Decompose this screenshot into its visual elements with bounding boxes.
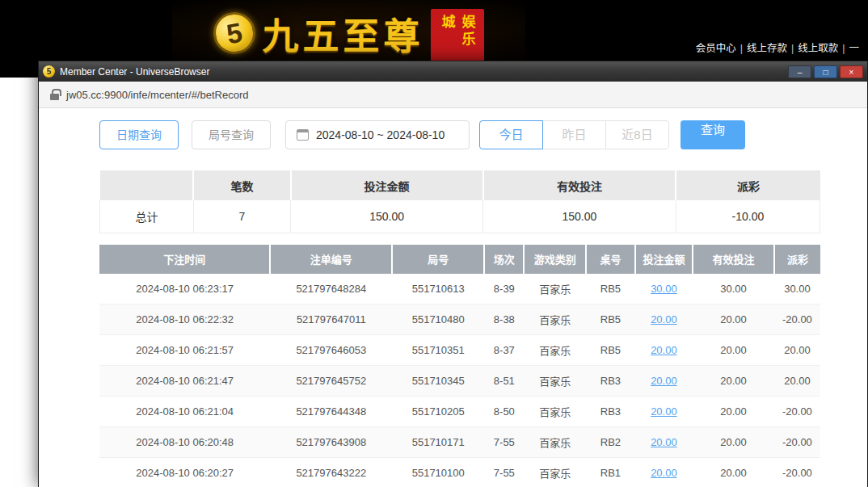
search-button[interactable]: 查询 (680, 120, 745, 149)
bet-amount-cell: 20.00 (635, 366, 693, 397)
session-cell: 8-50 (484, 397, 524, 427)
bet-id-cell: 521797646053 (270, 335, 392, 366)
session-cell: 7-55 (484, 458, 524, 487)
summary-table: 笔数 投注金额 有效投注 派彩 总计 7 150.00 150.00 -10.0… (99, 170, 820, 233)
round-id-cell: 551710351 (392, 335, 484, 366)
bet-amount-link[interactable]: 20.00 (651, 436, 677, 448)
bet-time-cell: 2024-08-10 06:23:17 (99, 274, 270, 304)
bet-column-header: 注单编号 (270, 245, 392, 274)
bet-column-header: 投注金额 (635, 245, 693, 274)
session-cell: 8-39 (484, 274, 524, 304)
site-logo: 5 九五至尊 娱乐城 (172, 0, 525, 66)
nav-link-truncated[interactable]: 一 (849, 43, 859, 54)
summary-header-bet-amount: 投注金额 (291, 170, 483, 200)
table-no-cell: RB3 (586, 397, 635, 427)
bet-id-cell: 521797647011 (270, 304, 392, 335)
bet-id-cell: 521797643222 (270, 458, 392, 487)
bet-column-header: 下注时间 (99, 245, 270, 274)
browser-window: 5 Member Center - UniverseBrowser – □ × … (38, 61, 868, 487)
bet-id-cell: 521797643908 (270, 427, 392, 458)
nav-link-deposit[interactable]: 线上存款 (747, 43, 787, 54)
bet-column-header: 有效投注 (693, 245, 774, 274)
bet-time-cell: 2024-08-10 06:21:47 (99, 366, 270, 397)
summary-header-empty (100, 170, 194, 200)
bet-amount-cell: 20.00 (635, 427, 693, 458)
game-type-cell: 百家乐 (524, 397, 586, 427)
maximize-button[interactable]: □ (814, 65, 837, 78)
table-no-cell: RB3 (586, 366, 635, 397)
date-range-input[interactable]: 2024-08-10 ~ 2024-08-10 (285, 120, 470, 149)
bet-column-header: 桌号 (586, 245, 635, 274)
bet-row: 2024-08-10 06:20:27521797643222551710100… (99, 458, 820, 487)
bet-table-header-row: 下注时间注单编号局号场次游戏类别桌号投注金额有效投注派彩 (99, 245, 820, 274)
bet-id-cell: 521797648284 (270, 274, 392, 304)
session-cell: 8-38 (484, 304, 524, 335)
nav-link-withdraw[interactable]: 线上取款 (798, 43, 838, 54)
summary-total-label: 总计 (100, 200, 194, 233)
bet-row: 2024-08-10 06:20:48521797643908551710171… (99, 427, 820, 458)
bet-amount-link[interactable]: 20.00 (651, 344, 677, 356)
bet-time-cell: 2024-08-10 06:20:27 (99, 458, 270, 487)
bet-time-cell: 2024-08-10 06:20:48 (99, 427, 270, 458)
window-controls: – □ × (788, 65, 863, 78)
window-titlebar[interactable]: 5 Member Center - UniverseBrowser – □ × (39, 61, 867, 82)
today-button[interactable]: 今日 (479, 120, 543, 149)
yesterday-button[interactable]: 昨日 (542, 120, 606, 149)
bet-amount-link[interactable]: 30.00 (651, 283, 677, 295)
address-bar[interactable]: jw05.cc:9900/infe/mcenter/#/betRecord (39, 82, 867, 108)
summary-count: 7 (193, 200, 290, 233)
summary-header-count: 笔数 (193, 170, 290, 200)
nav-separator: | (842, 43, 845, 54)
bet-amount-link[interactable]: 20.00 (651, 375, 677, 387)
nav-link-member-center[interactable]: 会员中心 (696, 43, 736, 54)
minimize-button[interactable]: – (788, 65, 811, 78)
gold-coin-icon: 5 (210, 9, 259, 57)
last8days-button[interactable]: 近8日 (605, 120, 669, 149)
game-type-cell: 百家乐 (524, 366, 586, 397)
valid-bet-cell: 20.00 (693, 366, 774, 397)
bet-amount-cell: 20.00 (635, 458, 693, 487)
url-text[interactable]: jw05.cc:9900/infe/mcenter/#/betRecord (66, 89, 248, 101)
game-type-cell: 百家乐 (524, 304, 586, 335)
bet-amount-cell: 20.00 (635, 304, 693, 335)
session-cell: 7-55 (484, 427, 524, 458)
summary-header-row: 笔数 投注金额 有效投注 派彩 (100, 170, 820, 200)
bet-column-header: 派彩 (774, 245, 820, 274)
date-query-button[interactable]: 日期查询 (99, 120, 179, 149)
bet-row: 2024-08-10 06:22:32521797647011551710480… (99, 304, 820, 335)
bet-table-body: 2024-08-10 06:23:17521797648284551710613… (99, 274, 820, 487)
valid-bet-cell: 20.00 (693, 458, 774, 487)
bet-time-cell: 2024-08-10 06:21:57 (99, 335, 270, 366)
bet-id-cell: 521797645752 (270, 366, 392, 397)
round-id-cell: 551710345 (392, 366, 484, 397)
round-query-button[interactable]: 局号查询 (192, 120, 271, 149)
query-toolbar: 日期查询 局号查询 2024-08-10 ~ 2024-08-10 今日 昨日 … (99, 120, 867, 149)
bet-column-header: 局号 (392, 245, 484, 274)
bet-table: 下注时间注单编号局号场次游戏类别桌号投注金额有效投注派彩 2024-08-10 … (99, 245, 820, 487)
table-no-cell: RB2 (586, 427, 635, 458)
bet-amount-link[interactable]: 20.00 (651, 313, 677, 325)
close-button[interactable]: × (840, 65, 863, 78)
payout-cell: 30.00 (774, 274, 820, 304)
game-type-cell: 百家乐 (524, 274, 586, 304)
bet-column-header: 游戏类别 (524, 245, 586, 274)
summary-bet-amount: 150.00 (291, 200, 483, 233)
valid-bet-cell: 20.00 (693, 335, 774, 366)
bet-column-header: 场次 (484, 245, 524, 274)
site-nav: 会员中心|线上存款|线上取款|一 (692, 40, 863, 55)
nav-separator: | (740, 43, 743, 54)
round-id-cell: 551710613 (392, 274, 484, 304)
window-title: Member Center - UniverseBrowser (60, 66, 209, 78)
site-logo-text: 九五至尊 (262, 7, 423, 60)
bet-amount-link[interactable]: 20.00 (651, 467, 677, 479)
bet-amount-link[interactable]: 20.00 (651, 405, 677, 418)
summary-payout: -10.00 (676, 200, 820, 233)
game-type-cell: 百家乐 (524, 458, 586, 487)
bet-amount-cell: 30.00 (635, 274, 693, 304)
bet-amount-cell: 20.00 (635, 397, 693, 427)
date-range-value: 2024-08-10 ~ 2024-08-10 (316, 128, 445, 141)
table-no-cell: RB5 (586, 304, 635, 335)
summary-valid-bet: 150.00 (483, 200, 676, 233)
lock-icon (50, 94, 59, 100)
bet-id-cell: 521797644348 (270, 397, 392, 427)
